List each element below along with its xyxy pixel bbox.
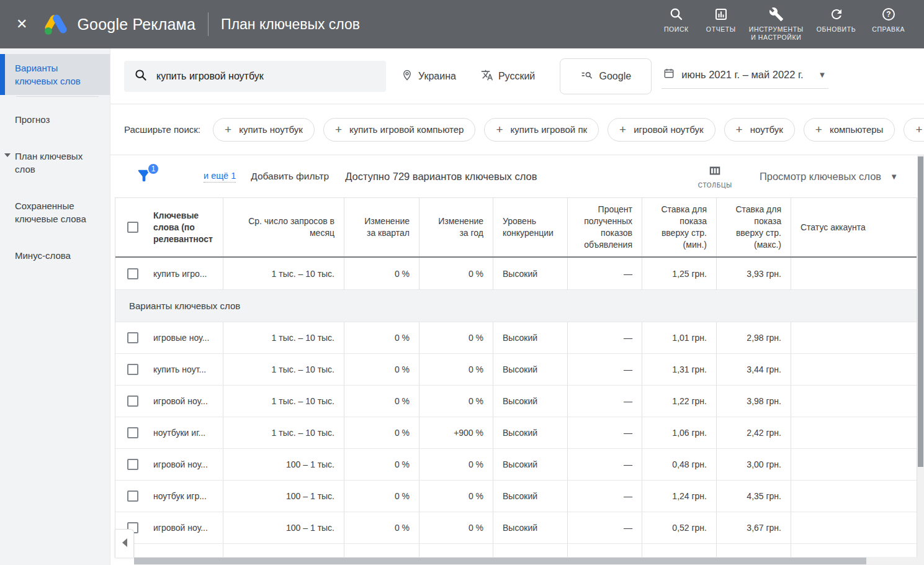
quarterly-change-cell: 0 %	[344, 386, 419, 417]
row-checkbox[interactable]	[127, 427, 138, 438]
arrow-left-icon	[121, 538, 128, 550]
quarterly-change-cell: 0 %	[344, 512, 419, 543]
location-pin-icon	[401, 69, 413, 84]
account-status-cell	[791, 512, 917, 543]
keyword-chip[interactable]: +купить игровой пк	[484, 118, 599, 142]
vertical-scrollbar[interactable]	[917, 155, 924, 565]
bid-low-cell: 0,52 грн.	[642, 512, 716, 543]
chevron-down-icon: ▼	[819, 70, 827, 79]
account-status-cell	[791, 258, 917, 289]
row-checkbox[interactable]	[127, 268, 138, 279]
bid-high-cell: 3,93 грн.	[716, 258, 791, 289]
avg-monthly-cell: 1 тыс. – 10 тыс.	[223, 258, 344, 289]
table-row: купить ноут... 1 тыс. – 10 тыс. 0 % 0 % …	[115, 354, 917, 386]
horizontal-scrollbar-thumb[interactable]	[134, 558, 866, 564]
keyword-chip[interactable]: +купить ноутбук	[213, 118, 315, 142]
columns-button[interactable]: СТОЛБЦЫ	[698, 164, 732, 189]
keyword-chip[interactable]: +компьютеры	[804, 118, 895, 142]
collapse-panel-button[interactable]	[115, 529, 134, 558]
table-row: игровой ноу... 1 тыс. – 10 тыс. 0 % 0 % …	[115, 386, 917, 417]
filter-count-badge: 1	[147, 163, 159, 175]
location-value: Украина	[418, 71, 456, 82]
topbar-refresh-button[interactable]: ОБНОВИТЬ	[809, 7, 864, 34]
view-selector-label: Просмотр ключевых слов	[760, 171, 881, 183]
chevron-down-icon[interactable]	[4, 153, 11, 157]
brand-name: Google Реклама	[77, 16, 195, 34]
header-top-of-page-bid-high[interactable]: Ставка для показа вверху стр. (макс.)	[716, 198, 791, 256]
header-quarterly-change[interactable]: Изменение за квартал	[344, 198, 419, 256]
topbar-help-button[interactable]: ? СПРАВКА	[864, 7, 913, 34]
competition-cell: Высокий	[493, 386, 567, 417]
keyword-chip[interactable]: +ноутбук	[724, 118, 795, 142]
search-input[interactable]	[156, 71, 376, 82]
row-checkbox-cell	[115, 258, 150, 289]
header-keyword[interactable]: Ключевые слова (по релевантност	[150, 198, 223, 256]
sidebar-item-keyword-ideas[interactable]: Варианты ключевых слов	[0, 54, 110, 95]
refine-search-row: Расширьте поиск: +купить ноутбук +купить…	[110, 104, 924, 155]
competition-cell: Высокий	[493, 258, 567, 289]
vertical-scrollbar-thumb[interactable]	[918, 156, 923, 467]
bid-low-cell: 1,22 грн.	[642, 386, 716, 417]
keyword-chip[interactable]: +игровой ноутбук	[608, 118, 715, 142]
row-checkbox-cell	[115, 449, 150, 480]
quarterly-change-cell: 0 %	[344, 481, 419, 512]
row-checkbox[interactable]	[127, 332, 138, 343]
row-checkbox[interactable]	[127, 396, 138, 407]
language-selector[interactable]: Русский	[481, 69, 535, 84]
sidebar-item-label: План ключевых слов	[15, 151, 83, 174]
view-selector-dropdown[interactable]: Просмотр ключевых слов ▼	[760, 171, 898, 183]
reports-icon	[714, 7, 729, 22]
search-toolbar: Украина Русский Google июнь 2021 г. – ма…	[110, 48, 924, 104]
sidebar: Варианты ключевых слов Прогноз План ключ…	[0, 48, 110, 565]
avg-monthly-cell: 100 – 1 тыс.	[223, 449, 344, 480]
avg-monthly-cell: 1 тыс. – 10 тыс.	[223, 322, 344, 353]
add-filter-button[interactable]: Добавить фильтр	[251, 171, 329, 182]
sidebar-item-negative-keywords[interactable]: Минус-слова	[0, 242, 110, 269]
topbar-reports-button[interactable]: ОТЧЕТЫ	[698, 7, 744, 34]
table-row: игровые ноу... 1 тыс. – 10 тыс. 0 % 0 % …	[115, 322, 917, 354]
topbar-search-button[interactable]: ПОИСК	[655, 7, 698, 34]
header-competition[interactable]: Уровень конкуренции	[493, 198, 567, 256]
keyword-search-box[interactable]	[124, 61, 386, 92]
translate-icon	[481, 69, 493, 84]
header-account-status[interactable]: Статус аккаунта	[791, 198, 917, 256]
select-all-checkbox[interactable]	[127, 222, 138, 233]
competition-cell: Высокий	[493, 481, 567, 512]
topbar-nav: ПОИСК ОТЧЕТЫ ИНСТРУМЕНТЫ И НАСТРОЙКИ ОБН…	[655, 7, 913, 42]
calendar-icon	[663, 67, 675, 82]
row-checkbox[interactable]	[127, 364, 138, 375]
topbar-tools-button[interactable]: ИНСТРУМЕНТЫ И НАСТРОЙКИ	[744, 7, 809, 42]
avg-monthly-cell: 1 тыс. – 10 тыс.	[223, 354, 344, 385]
topbar: ✕ Google Реклама План ключевых слов ПОИС…	[0, 0, 924, 48]
sidebar-item-keyword-plan[interactable]: План ключевых слов	[0, 142, 110, 183]
header-top-of-page-bid-low[interactable]: Ставка для показа вверху стр. (мин.)	[642, 198, 716, 256]
keyword-chip-cutoff[interactable]: +	[904, 118, 924, 142]
bid-high-cell: 4,35 грн.	[716, 481, 791, 512]
plus-icon: +	[915, 123, 922, 137]
row-checkbox[interactable]	[127, 490, 138, 502]
filter-funnel-icon[interactable]: 1	[135, 167, 154, 186]
table-header-row: Ключевые слова (по релевантност Ср. числ…	[115, 198, 917, 258]
sidebar-item-forecast[interactable]: Прогноз	[0, 106, 110, 133]
help-icon: ?	[881, 7, 896, 22]
keyword-chip[interactable]: +купить игровой компьютер	[323, 118, 476, 142]
quarterly-change-cell: 0 %	[344, 322, 419, 353]
horizontal-scrollbar[interactable]	[134, 557, 917, 565]
network-selector[interactable]: Google	[560, 58, 652, 94]
columns-label: СТОЛБЦЫ	[698, 182, 732, 189]
row-checkbox[interactable]	[127, 459, 138, 470]
more-filters-link[interactable]: и ещё 1	[204, 171, 236, 183]
sidebar-item-saved-keywords[interactable]: Сохраненные ключевые слова	[0, 192, 110, 233]
impression-share-cell: —	[567, 258, 642, 289]
yoy-change-cell: 0 %	[419, 512, 493, 543]
header-yoy-change[interactable]: Изменение за год	[419, 198, 493, 256]
chip-label: ноутбук	[750, 124, 783, 135]
bid-high-cell: 3,67 грн.	[716, 512, 791, 543]
language-value: Русский	[498, 71, 535, 82]
location-selector[interactable]: Украина	[401, 69, 456, 84]
chip-label: купить игровой пк	[511, 124, 588, 135]
header-impression-share[interactable]: Процент полученных показов объявления	[567, 198, 642, 256]
date-range-selector[interactable]: июнь 2021 г. – май 2022 г. ▼	[662, 63, 828, 89]
close-icon[interactable]: ✕	[16, 17, 27, 31]
header-avg-monthly-searches[interactable]: Ср. число запросов в месяц	[223, 198, 344, 256]
